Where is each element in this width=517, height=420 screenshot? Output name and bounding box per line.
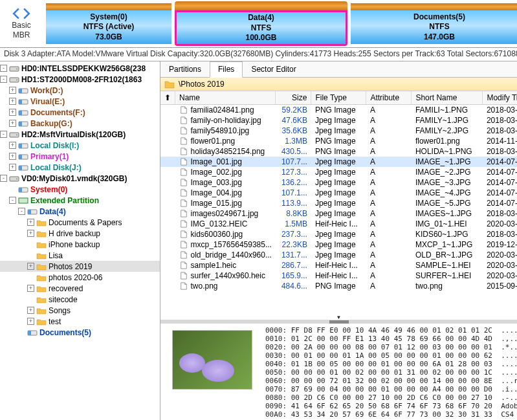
- tree-item[interactable]: +Songs: [0, 305, 160, 316]
- partition-box[interactable]: System(0)NTFS (Active)73.0GB: [44, 1, 173, 46]
- vol-icon: [18, 152, 28, 161]
- partition-box[interactable]: Data(4)NTFS100.0GB: [175, 1, 347, 46]
- tree-item[interactable]: +Backup(G:): [0, 118, 160, 129]
- file-row[interactable]: flower01.png1.3MBPNG ImageAflower01.png2…: [160, 136, 517, 146]
- file-row[interactable]: Image_003.jpg136.2...Jpeg ImageAIMAGE_~3…: [160, 177, 517, 188]
- tree-item[interactable]: +Work(D:): [0, 85, 160, 96]
- col-mtime[interactable]: Modify Time: [483, 91, 517, 105]
- file-row[interactable]: Image_015.jpg113.9...Jpeg ImageAIMAGE_~5…: [160, 198, 517, 208]
- partition-box[interactable]: Documents(5)NTFS147.0GB: [349, 1, 517, 46]
- folder-icon: [36, 218, 47, 227]
- col-size[interactable]: Size: [276, 91, 311, 105]
- tree-item[interactable]: -Data(4): [0, 206, 160, 217]
- disk-info-line: Disk 3 Adapter:ATA Model:VMware Virtual …: [0, 48, 517, 61]
- expand-toggle[interactable]: +: [9, 153, 16, 160]
- tree-item[interactable]: iPhone backup: [0, 239, 160, 250]
- file-row[interactable]: images0249671.jpg8.8KBJpeg ImageAIMAGES~…: [160, 208, 517, 219]
- folder-icon: [36, 229, 47, 238]
- col-attr[interactable]: Attribute: [366, 91, 412, 105]
- folder-icon: [36, 284, 47, 293]
- path-bar: \Photos 2019: [160, 78, 517, 91]
- file-row[interactable]: family-on-holiday.jpg47.6KBJpeg ImageAFA…: [160, 115, 517, 126]
- expand-toggle[interactable]: +: [27, 318, 34, 325]
- tree-item[interactable]: +Virual(E:): [0, 96, 160, 107]
- file-row[interactable]: family548910.jpg35.6KBJpeg ImageAFAMILY~…: [160, 126, 517, 136]
- col-short[interactable]: Short Name: [412, 91, 483, 105]
- file-row[interactable]: old_bridge_1440x960...131.7...Jpeg Image…: [160, 250, 517, 260]
- tree-item[interactable]: +Documents(F:): [0, 107, 160, 118]
- folder-icon: [36, 295, 47, 304]
- file-list[interactable]: ⬆ Name Size File Type Attribute Short Na…: [160, 91, 517, 320]
- tree-item[interactable]: +Photos 2019: [0, 261, 160, 272]
- splitter-handle[interactable]: [329, 320, 349, 324]
- file-row[interactable]: Image_001.jpg107.7...Jpeg ImageAIMAGE_~1…: [160, 157, 517, 167]
- expand-toggle[interactable]: -: [0, 65, 7, 72]
- tree-item[interactable]: +Primary(1): [0, 151, 160, 162]
- hex-view[interactable]: 0000: FF D8 FF E0 00 10 4A 46 49 46 00 0…: [264, 324, 517, 420]
- tree-item[interactable]: -HD1:ST2000DM008-2FR102(1863: [0, 74, 160, 85]
- tree-label: Backup(G:): [30, 119, 72, 128]
- tree-item[interactable]: System(0): [0, 184, 160, 195]
- tab-partitions[interactable]: Partitions: [160, 61, 210, 77]
- expand-toggle[interactable]: -: [18, 208, 25, 215]
- tree-label: VD0:MyDisk01.vmdk(320GB): [21, 174, 127, 183]
- col-type[interactable]: File Type: [311, 91, 366, 105]
- tree-label: Documents & Papers: [49, 218, 122, 227]
- expand-toggle[interactable]: +: [9, 120, 16, 127]
- tree-item[interactable]: sitecode: [0, 294, 160, 305]
- vol-icon: [18, 97, 28, 106]
- file-row[interactable]: Image_004.jpg107.1...Jpeg ImageAIMAGE_~4…: [160, 188, 517, 198]
- expand-toggle[interactable]: +: [27, 307, 34, 314]
- tree-item[interactable]: +Local Disk(J:): [0, 162, 160, 173]
- file-list-header[interactable]: ⬆ Name Size File Type Attribute Short Na…: [160, 91, 517, 105]
- file-row[interactable]: kids600360.jpg237.3...Jpeg ImageAKIDS60~…: [160, 229, 517, 239]
- expand-toggle[interactable]: +: [9, 98, 16, 105]
- tree-item[interactable]: -Extended Partition: [0, 195, 160, 206]
- vol-icon: [27, 328, 38, 337]
- col-name[interactable]: Name: [175, 91, 276, 105]
- expand-toggle[interactable]: -: [0, 131, 7, 138]
- file-row[interactable]: holiday34852154.png430.5...PNG ImageAHOL…: [160, 146, 517, 157]
- expand-toggle[interactable]: +: [27, 285, 34, 292]
- expand-toggle[interactable]: +: [9, 109, 16, 116]
- file-row[interactable]: mxcp_157656459385...22.3KBJpeg ImageAMXC…: [160, 239, 517, 250]
- prev-disk-icon[interactable]: [12, 8, 21, 19]
- tree-item[interactable]: +Local Disk(I:): [0, 140, 160, 151]
- expand-toggle[interactable]: +: [27, 230, 34, 237]
- disk-tree[interactable]: -HD0:INTELSSDPEKKW256G8(238-HD1:ST2000DM…: [0, 61, 160, 420]
- tree-item[interactable]: +test: [0, 316, 160, 327]
- tree-item[interactable]: -VD0:MyDisk01.vmdk(320GB): [0, 173, 160, 184]
- tree-item[interactable]: +H drive backup: [0, 228, 160, 239]
- expand-toggle[interactable]: -: [0, 175, 7, 182]
- expand-toggle[interactable]: +: [9, 164, 16, 171]
- tree-item[interactable]: photos 2020-06: [0, 272, 160, 283]
- tree-label: Lisa: [49, 251, 63, 260]
- file-row[interactable]: familia024841.png59.2KBPNG ImageAFAMILI~…: [160, 105, 517, 116]
- expand-toggle[interactable]: -: [9, 197, 16, 204]
- next-disk-icon[interactable]: [22, 8, 31, 19]
- tab-sector-editor[interactable]: Sector Editor: [243, 61, 304, 77]
- file-row[interactable]: surfer_1440x960.heic165.9...Heif-Heic I.…: [160, 271, 517, 281]
- expand-toggle[interactable]: +: [27, 219, 34, 226]
- tree-item[interactable]: +recovered: [0, 283, 160, 294]
- file-row[interactable]: IMG_0132.HEIC1.5MBHeif-Heic I...AIMG_01~…: [160, 219, 517, 229]
- svg-rect-5: [19, 89, 22, 93]
- expand-toggle[interactable]: +: [9, 142, 16, 149]
- expand-toggle[interactable]: -: [0, 76, 7, 83]
- vol-icon: [18, 185, 28, 194]
- tree-label: System(0): [30, 185, 67, 194]
- tree-item[interactable]: Documents(5): [0, 327, 160, 338]
- file-row[interactable]: sample1.heic286.7...Heif-Heic I...ASAMPL…: [160, 260, 517, 271]
- folder-icon: [36, 262, 47, 271]
- tree-item[interactable]: +Documents & Papers: [0, 217, 160, 228]
- file-row[interactable]: Image_002.jpg127.3...Jpeg ImageAIMAGE_~2…: [160, 167, 517, 177]
- up-button[interactable]: ⬆: [160, 91, 175, 105]
- expand-toggle[interactable]: +: [9, 87, 16, 94]
- expand-toggle[interactable]: +: [27, 263, 34, 270]
- tree-item[interactable]: -HD2:MsftVirtualDisk(120GB): [0, 129, 160, 140]
- tree-label: Songs: [49, 306, 71, 315]
- tree-item[interactable]: -HD0:INTELSSDPEKKW256G8(238: [0, 63, 160, 74]
- tab-files[interactable]: Files: [210, 61, 243, 78]
- file-row[interactable]: two.png484.6...PNG ImageAtwo.png2015-09-…: [160, 281, 517, 291]
- tree-item[interactable]: Lisa: [0, 250, 160, 261]
